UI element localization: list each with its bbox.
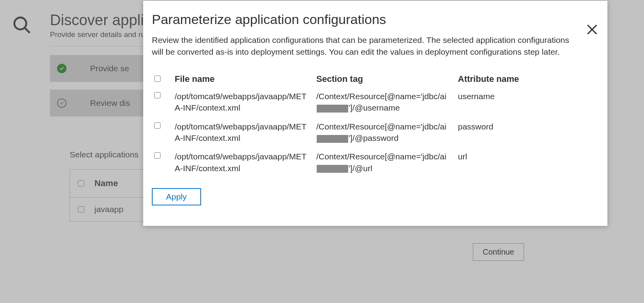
apply-button[interactable]: Apply — [152, 188, 201, 205]
config-row: /opt/tomcat9/webapps/javaapp/META-INF/co… — [152, 151, 594, 174]
section-pre: /Context/Resource[@name='jdbc/ai — [316, 122, 447, 131]
attribute-name-cell: password — [458, 121, 594, 132]
parameterize-modal: Parameterize application configurations … — [143, 1, 607, 226]
section-tag-cell: /Context/Resource[@name='jdbc/ai']/@pass… — [316, 121, 458, 144]
section-post: ']/@password — [349, 133, 399, 142]
close-icon[interactable] — [585, 23, 599, 38]
section-post: ']/@username — [349, 103, 400, 112]
config-row: /opt/tomcat9/webapps/javaapp/META-INF/co… — [152, 91, 594, 114]
redacted-text — [317, 135, 348, 143]
section-tag-cell: /Context/Resource[@name='jdbc/ai']/@user… — [316, 91, 458, 114]
redacted-text — [317, 105, 348, 113]
section-post: ']/@url — [349, 164, 372, 173]
redacted-text — [317, 165, 348, 173]
attribute-name-cell: url — [458, 151, 594, 162]
config-row-checkbox[interactable] — [154, 152, 161, 159]
header-attribute-name: Attribute name — [458, 74, 594, 84]
section-pre: /Context/Resource[@name='jdbc/ai — [316, 152, 447, 161]
header-file-name: File name — [175, 74, 316, 84]
file-name-cell: /opt/tomcat9/webapps/javaapp/META-INF/co… — [175, 121, 316, 144]
config-row: /opt/tomcat9/webapps/javaapp/META-INF/co… — [152, 121, 594, 144]
select-all-configs-checkbox[interactable] — [154, 76, 161, 82]
modal-description: Review the identified application config… — [152, 34, 573, 58]
header-section-tag: Section tag — [316, 74, 458, 84]
section-tag-cell: /Context/Resource[@name='jdbc/ai']/@url — [316, 151, 458, 174]
modal-title: Parameterize application configurations — [152, 12, 594, 27]
file-name-cell: /opt/tomcat9/webapps/javaapp/META-INF/co… — [175, 91, 316, 114]
attribute-name-cell: username — [458, 91, 594, 102]
file-name-cell: /opt/tomcat9/webapps/javaapp/META-INF/co… — [175, 151, 316, 174]
config-row-checkbox[interactable] — [154, 122, 161, 129]
config-row-checkbox[interactable] — [154, 92, 161, 98]
section-pre: /Context/Resource[@name='jdbc/ai — [316, 92, 447, 101]
